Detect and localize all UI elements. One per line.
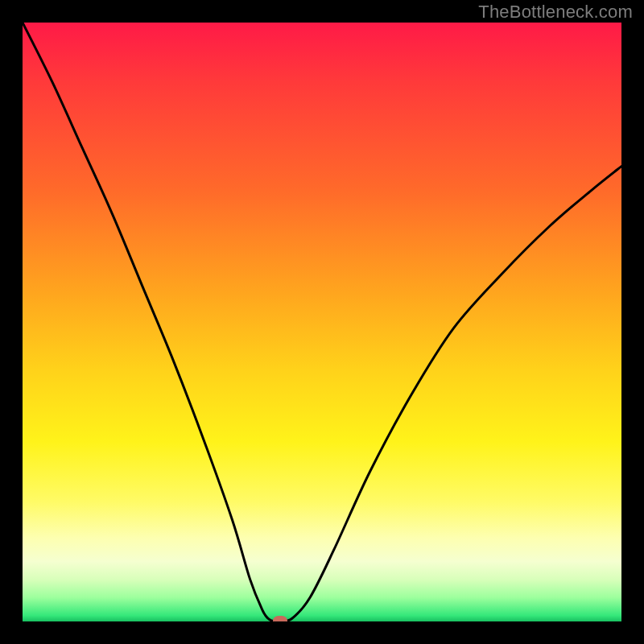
optimal-point-marker	[273, 616, 287, 621]
watermark-text: TheBottleneck.com	[478, 2, 633, 23]
curve-svg	[23, 23, 621, 621]
plot-area	[23, 23, 621, 621]
chart-frame: TheBottleneck.com	[0, 0, 644, 644]
bottleneck-curve-path	[23, 23, 621, 621]
